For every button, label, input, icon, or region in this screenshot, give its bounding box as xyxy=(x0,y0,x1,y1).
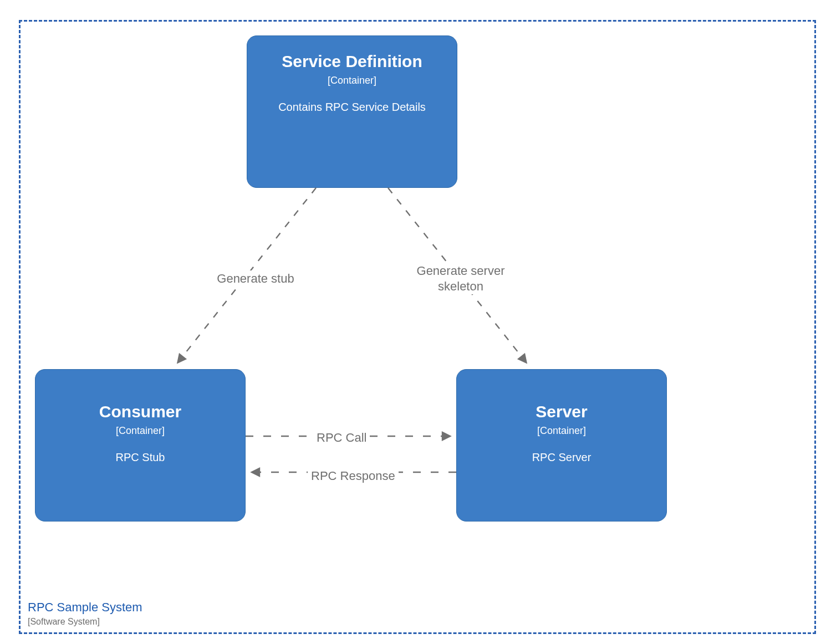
boundary-subtitle: [Software System] xyxy=(28,616,142,627)
node-consumer-desc: RPC Stub xyxy=(35,451,245,464)
node-consumer: Consumer [Container] RPC Stub xyxy=(35,369,246,522)
node-server-desc: RPC Server xyxy=(457,451,666,464)
boundary-title-block: RPC Sample System [Software System] xyxy=(28,600,142,627)
label-rpc-call: RPC Call xyxy=(313,430,370,446)
boundary-title: RPC Sample System xyxy=(28,600,142,614)
node-server-type: [Container] xyxy=(457,425,666,437)
node-service-definition-type: [Container] xyxy=(247,75,457,86)
label-generate-skeleton-line2: skeleton xyxy=(438,279,483,293)
label-rpc-response: RPC Response xyxy=(308,468,399,484)
node-consumer-type: [Container] xyxy=(35,425,245,437)
node-service-definition: Service Definition [Container] Contains … xyxy=(247,35,457,188)
label-rpc-response-text: RPC Response xyxy=(311,469,395,483)
node-service-definition-desc: Contains RPC Service Details xyxy=(247,101,457,114)
label-rpc-call-text: RPC Call xyxy=(317,431,366,444)
node-server-title: Server xyxy=(457,402,666,422)
node-service-definition-title: Service Definition xyxy=(247,52,457,71)
label-generate-skeleton: Generate server skeleton xyxy=(402,263,519,294)
diagram-stage: RPC Sample System [Software System] Serv… xyxy=(0,0,826,644)
label-generate-skeleton-line1: Generate server xyxy=(417,264,505,278)
label-generate-stub: Generate stub xyxy=(205,270,306,287)
node-consumer-title: Consumer xyxy=(35,402,245,422)
label-generate-stub-text: Generate stub xyxy=(217,272,294,285)
node-server: Server [Container] RPC Server xyxy=(456,369,667,522)
